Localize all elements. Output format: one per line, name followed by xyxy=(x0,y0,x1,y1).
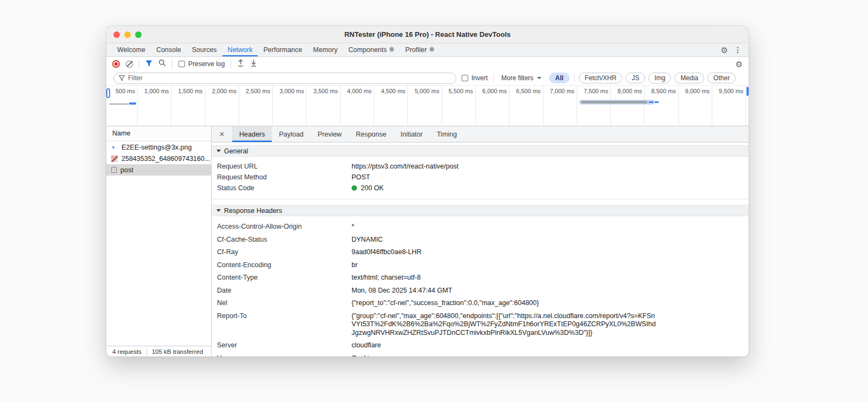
tab-sources[interactable]: Sources xyxy=(187,43,222,56)
detail-tab-initiator[interactable]: Initiator xyxy=(393,126,430,142)
timeline-tick: 4,500 ms xyxy=(374,86,408,126)
filter-funnel-icon[interactable] xyxy=(145,59,152,69)
close-detail-icon[interactable]: × xyxy=(212,126,232,142)
network-toolbar: Preserve log ⚙ xyxy=(106,57,749,71)
devtools-tab-bar: Welcome Console Sources Network Performa… xyxy=(106,43,749,57)
detail-tab-payload[interactable]: Payload xyxy=(272,126,310,142)
network-settings-gear-icon[interactable]: ⚙ xyxy=(736,60,743,68)
header-row: Nel {"report_to":"cf-nel","success_fract… xyxy=(212,297,749,310)
timeline-tick: 7,000 ms xyxy=(544,86,577,126)
headers-pane: General Request URL https://ptsv3.com/t/… xyxy=(212,143,749,357)
request-row-post[interactable]: post xyxy=(106,164,211,176)
checkbox-box[interactable] xyxy=(178,61,185,67)
tab-profiler[interactable]: Profiler xyxy=(400,43,440,56)
clear-network-log-button[interactable] xyxy=(126,61,133,68)
tab-console[interactable]: Console xyxy=(151,43,187,56)
filter-chip-img[interactable]: Img xyxy=(648,73,671,83)
timeline-tick: 6,000 ms xyxy=(476,86,509,126)
header-row: Content-Encoding br xyxy=(212,259,749,272)
more-options-kebab-icon[interactable]: ⋮ xyxy=(734,46,742,54)
tab-network[interactable]: Network xyxy=(222,43,258,56)
network-filter-row: Invert More filters All Fetch/XHR JS Img… xyxy=(106,71,749,86)
overview-left-drag-handle[interactable] xyxy=(106,88,110,98)
request-row-e2ee-settings[interactable]: E2EE-settings@3x.png xyxy=(106,141,211,153)
search-icon[interactable] xyxy=(158,59,166,69)
request-count: 4 requests xyxy=(112,348,142,355)
header-row-request-url: Request URL https://ptsv3.com/t/react-na… xyxy=(212,161,749,172)
header-row: Date Mon, 08 Dec 2025 14:47:44 GMT xyxy=(212,284,749,297)
timeline-tick: 6,500 ms xyxy=(509,86,543,126)
requests-panel: Name E2EE-settings@3x.png 258435352_6486… xyxy=(106,126,212,357)
filter-divider xyxy=(493,74,494,82)
filter-chip-media[interactable]: Media xyxy=(674,73,704,83)
filter-chip-js[interactable]: JS xyxy=(626,73,645,83)
requests-empty-area xyxy=(106,176,211,346)
toolbar-divider xyxy=(172,60,173,68)
status-ok-dot-icon xyxy=(352,185,357,191)
filter-chip-all[interactable]: All xyxy=(549,73,569,83)
header-row: Content-Type text/html; charset=utf-8 xyxy=(212,271,749,284)
general-section-body: Request URL https://ptsv3.com/t/react-na… xyxy=(212,157,749,199)
filter-chip-fetch-xhr[interactable]: Fetch/XHR xyxy=(579,73,623,83)
waterfall-bar-post-blue-dash xyxy=(649,101,653,103)
checkbox-box[interactable] xyxy=(462,75,468,81)
timeline-tick: 3,000 ms xyxy=(273,86,307,126)
network-summary-bar: 4 requests 105 kB transferred xyxy=(106,346,211,357)
tab-memory[interactable]: Memory xyxy=(308,43,343,56)
detail-tab-preview[interactable]: Preview xyxy=(310,126,348,142)
filter-input-container[interactable] xyxy=(113,73,456,84)
header-row: Report-To {"group":"cf-nel","max_age":60… xyxy=(212,310,749,340)
timeline-tick: 8,000 ms xyxy=(611,86,644,126)
close-window-button[interactable] xyxy=(113,31,120,38)
section-collapse-triangle-icon xyxy=(216,209,221,212)
toolbar-divider xyxy=(231,60,231,68)
chevron-down-icon xyxy=(537,77,541,79)
tab-performance[interactable]: Performance xyxy=(258,43,308,56)
general-section-header[interactable]: General xyxy=(212,145,749,157)
request-type-chips: All Fetch/XHR JS Img Media Other xyxy=(549,73,736,83)
detail-tab-response[interactable]: Response xyxy=(349,126,393,142)
settings-gear-icon[interactable]: ⚙ xyxy=(721,46,728,54)
export-har-icon[interactable] xyxy=(250,59,257,69)
waterfall-bar-early-blue xyxy=(129,102,136,105)
tab-components[interactable]: Components xyxy=(343,43,400,56)
tab-welcome[interactable]: Welcome xyxy=(112,43,151,56)
request-row-258435352[interactable]: 258435352_648609743160... xyxy=(106,153,211,164)
timeline-tick: 1,000 ms xyxy=(138,86,171,126)
react-atom-icon xyxy=(429,46,435,54)
network-content: Name E2EE-settings@3x.png 258435352_6486… xyxy=(106,126,749,357)
response-headers-section-header[interactable]: Response Headers xyxy=(212,205,749,216)
invert-checkbox[interactable]: Invert xyxy=(462,74,488,82)
timeline-tick: 1,500 ms xyxy=(171,86,205,126)
devtools-window: RNTester (iPhone 16 Pro) - React Native … xyxy=(106,26,749,357)
header-row: Access-Control-Allow-Origin * xyxy=(212,221,749,234)
detail-tab-headers[interactable]: Headers xyxy=(232,126,272,142)
name-column-header[interactable]: Name xyxy=(106,126,211,141)
chip-divider xyxy=(574,74,575,82)
filter-input[interactable] xyxy=(128,74,451,82)
header-row: Cf-Ray 9aad0f46ffbc0ae8-LHR xyxy=(212,246,749,259)
response-headers-section-body: Access-Control-Allow-Origin * Cf-Cache-S… xyxy=(212,216,749,357)
request-detail-panel: × Headers Payload Preview Response Initi… xyxy=(212,126,749,357)
network-overview-timeline[interactable]: 500 ms 1,000 ms 1,500 ms 2,000 ms 2,500 … xyxy=(106,86,749,126)
maximize-window-button[interactable] xyxy=(135,31,142,38)
filter-chip-other[interactable]: Other xyxy=(707,73,736,83)
timeline-tick: 5,500 ms xyxy=(442,86,476,126)
import-har-icon[interactable] xyxy=(237,59,244,69)
detail-tab-timing[interactable]: Timing xyxy=(430,126,464,142)
timeline-tick: 2,500 ms xyxy=(239,86,273,126)
transferred-size: 105 kB transferred xyxy=(152,348,203,355)
minimize-window-button[interactable] xyxy=(124,31,131,38)
waterfall-bar-post-gray xyxy=(581,101,647,104)
preserve-log-checkbox[interactable]: Preserve log xyxy=(178,60,225,68)
section-collapse-triangle-icon xyxy=(216,150,221,152)
overview-right-drag-handle[interactable] xyxy=(746,87,749,96)
waterfall-bar-early-gray xyxy=(110,104,129,105)
timeline-tick: 9,000 ms xyxy=(679,86,712,126)
filter-funnel-small-icon xyxy=(119,73,125,83)
more-filters-dropdown[interactable]: More filters xyxy=(499,74,544,82)
record-network-log-button[interactable] xyxy=(112,60,120,68)
invert-label: Invert xyxy=(471,74,488,82)
summary-divider xyxy=(146,348,147,355)
image-thumbnail-icon xyxy=(111,144,118,151)
